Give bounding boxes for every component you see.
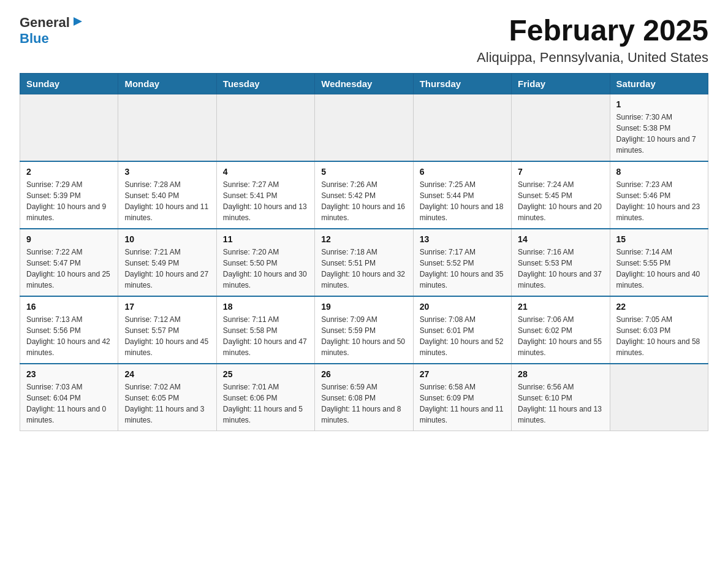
day-info: Sunrise: 6:59 AMSunset: 6:08 PMDaylight:… bbox=[321, 381, 406, 426]
day-info: Sunrise: 7:14 AMSunset: 5:55 PMDaylight:… bbox=[616, 247, 702, 291]
logo: General Blue bbox=[20, 15, 85, 47]
table-row: 15Sunrise: 7:14 AMSunset: 5:55 PMDayligh… bbox=[610, 229, 708, 296]
day-info: Sunrise: 7:05 AMSunset: 6:03 PMDaylight:… bbox=[616, 314, 702, 358]
table-row: 2Sunrise: 7:29 AMSunset: 5:39 PMDaylight… bbox=[20, 161, 118, 229]
day-info: Sunrise: 7:03 AMSunset: 6:04 PMDaylight:… bbox=[26, 381, 112, 426]
day-info: Sunrise: 7:17 AMSunset: 5:52 PMDaylight:… bbox=[420, 247, 505, 291]
day-number: 18 bbox=[223, 302, 308, 312]
calendar-table: Sunday Monday Tuesday Wednesday Thursday… bbox=[20, 73, 708, 431]
header-thursday: Thursday bbox=[413, 73, 511, 94]
day-number: 13 bbox=[420, 234, 505, 244]
day-info: Sunrise: 6:58 AMSunset: 6:09 PMDaylight:… bbox=[420, 381, 505, 426]
day-number: 14 bbox=[518, 234, 603, 244]
table-row: 18Sunrise: 7:11 AMSunset: 5:58 PMDayligh… bbox=[216, 296, 314, 364]
day-info: Sunrise: 7:20 AMSunset: 5:50 PMDaylight:… bbox=[223, 247, 308, 291]
day-info: Sunrise: 7:08 AMSunset: 6:01 PMDaylight:… bbox=[420, 314, 505, 358]
day-number: 3 bbox=[124, 167, 210, 177]
table-row: 12Sunrise: 7:18 AMSunset: 5:51 PMDayligh… bbox=[315, 229, 413, 296]
table-row bbox=[610, 364, 708, 431]
day-info: Sunrise: 7:30 AMSunset: 5:38 PMDaylight:… bbox=[616, 112, 702, 156]
table-row: 9Sunrise: 7:22 AMSunset: 5:47 PMDaylight… bbox=[20, 229, 118, 296]
day-info: Sunrise: 7:28 AMSunset: 5:40 PMDaylight:… bbox=[124, 179, 210, 223]
table-row: 3Sunrise: 7:28 AMSunset: 5:40 PMDaylight… bbox=[118, 161, 216, 229]
logo-triangle-icon bbox=[71, 15, 85, 28]
day-number: 24 bbox=[124, 369, 210, 379]
day-number: 5 bbox=[321, 167, 406, 177]
day-number: 28 bbox=[518, 369, 603, 379]
calendar-week-row: 9Sunrise: 7:22 AMSunset: 5:47 PMDaylight… bbox=[20, 229, 708, 296]
day-info: Sunrise: 7:25 AMSunset: 5:44 PMDaylight:… bbox=[420, 179, 505, 223]
calendar-week-row: 2Sunrise: 7:29 AMSunset: 5:39 PMDaylight… bbox=[20, 161, 708, 229]
table-row: 26Sunrise: 6:59 AMSunset: 6:08 PMDayligh… bbox=[315, 364, 413, 431]
day-info: Sunrise: 7:24 AMSunset: 5:45 PMDaylight:… bbox=[518, 179, 603, 223]
day-info: Sunrise: 7:23 AMSunset: 5:46 PMDaylight:… bbox=[616, 179, 702, 223]
logo-blue-text: Blue bbox=[20, 31, 49, 46]
page-title: February 2025 bbox=[477, 15, 708, 47]
table-row: 25Sunrise: 7:01 AMSunset: 6:06 PMDayligh… bbox=[216, 364, 314, 431]
title-block: February 2025 Aliquippa, Pennsylvania, U… bbox=[477, 15, 708, 66]
table-row: 1Sunrise: 7:30 AMSunset: 5:38 PMDaylight… bbox=[610, 94, 708, 161]
header-tuesday: Tuesday bbox=[216, 73, 314, 94]
table-row bbox=[512, 94, 610, 161]
table-row: 17Sunrise: 7:12 AMSunset: 5:57 PMDayligh… bbox=[118, 296, 216, 364]
table-row: 8Sunrise: 7:23 AMSunset: 5:46 PMDaylight… bbox=[610, 161, 708, 229]
table-row: 16Sunrise: 7:13 AMSunset: 5:56 PMDayligh… bbox=[20, 296, 118, 364]
day-number: 2 bbox=[26, 167, 112, 177]
table-row: 5Sunrise: 7:26 AMSunset: 5:42 PMDaylight… bbox=[315, 161, 413, 229]
day-info: Sunrise: 7:06 AMSunset: 6:02 PMDaylight:… bbox=[518, 314, 603, 358]
day-info: Sunrise: 7:27 AMSunset: 5:41 PMDaylight:… bbox=[223, 179, 308, 223]
page-subtitle: Aliquippa, Pennsylvania, United States bbox=[477, 50, 708, 66]
table-row: 13Sunrise: 7:17 AMSunset: 5:52 PMDayligh… bbox=[413, 229, 511, 296]
table-row: 10Sunrise: 7:21 AMSunset: 5:49 PMDayligh… bbox=[118, 229, 216, 296]
day-info: Sunrise: 7:01 AMSunset: 6:06 PMDaylight:… bbox=[223, 381, 308, 426]
day-number: 6 bbox=[420, 167, 505, 177]
day-number: 27 bbox=[420, 369, 505, 379]
table-row: 11Sunrise: 7:20 AMSunset: 5:50 PMDayligh… bbox=[216, 229, 314, 296]
day-number: 17 bbox=[124, 302, 210, 312]
header-friday: Friday bbox=[512, 73, 610, 94]
logo-general-text: General bbox=[20, 15, 70, 31]
table-row bbox=[216, 94, 314, 161]
day-number: 20 bbox=[420, 302, 505, 312]
table-row: 28Sunrise: 6:56 AMSunset: 6:10 PMDayligh… bbox=[512, 364, 610, 431]
calendar-week-row: 16Sunrise: 7:13 AMSunset: 5:56 PMDayligh… bbox=[20, 296, 708, 364]
table-row bbox=[118, 94, 216, 161]
day-info: Sunrise: 7:12 AMSunset: 5:57 PMDaylight:… bbox=[124, 314, 210, 358]
day-number: 11 bbox=[223, 234, 308, 244]
table-row: 7Sunrise: 7:24 AMSunset: 5:45 PMDaylight… bbox=[512, 161, 610, 229]
table-row: 27Sunrise: 6:58 AMSunset: 6:09 PMDayligh… bbox=[413, 364, 511, 431]
day-info: Sunrise: 7:02 AMSunset: 6:05 PMDaylight:… bbox=[124, 381, 210, 426]
day-info: Sunrise: 7:29 AMSunset: 5:39 PMDaylight:… bbox=[26, 179, 112, 223]
day-number: 15 bbox=[616, 234, 702, 244]
svg-marker-0 bbox=[74, 17, 82, 26]
day-info: Sunrise: 7:18 AMSunset: 5:51 PMDaylight:… bbox=[321, 247, 406, 291]
day-info: Sunrise: 7:26 AMSunset: 5:42 PMDaylight:… bbox=[321, 179, 406, 223]
day-info: Sunrise: 7:22 AMSunset: 5:47 PMDaylight:… bbox=[26, 247, 112, 291]
day-number: 7 bbox=[518, 167, 603, 177]
day-number: 1 bbox=[616, 99, 702, 109]
calendar-week-row: 23Sunrise: 7:03 AMSunset: 6:04 PMDayligh… bbox=[20, 364, 708, 431]
day-info: Sunrise: 7:13 AMSunset: 5:56 PMDaylight:… bbox=[26, 314, 112, 358]
header-sunday: Sunday bbox=[20, 73, 118, 94]
header-wednesday: Wednesday bbox=[315, 73, 413, 94]
table-row bbox=[20, 94, 118, 161]
day-number: 8 bbox=[616, 167, 702, 177]
day-number: 25 bbox=[223, 369, 308, 379]
header-monday: Monday bbox=[118, 73, 216, 94]
table-row: 6Sunrise: 7:25 AMSunset: 5:44 PMDaylight… bbox=[413, 161, 511, 229]
table-row: 24Sunrise: 7:02 AMSunset: 6:05 PMDayligh… bbox=[118, 364, 216, 431]
day-info: Sunrise: 6:56 AMSunset: 6:10 PMDaylight:… bbox=[518, 381, 603, 426]
table-row: 21Sunrise: 7:06 AMSunset: 6:02 PMDayligh… bbox=[512, 296, 610, 364]
day-number: 10 bbox=[124, 234, 210, 244]
day-info: Sunrise: 7:11 AMSunset: 5:58 PMDaylight:… bbox=[223, 314, 308, 358]
table-row: 4Sunrise: 7:27 AMSunset: 5:41 PMDaylight… bbox=[216, 161, 314, 229]
calendar-header-row: Sunday Monday Tuesday Wednesday Thursday… bbox=[20, 73, 708, 94]
day-info: Sunrise: 7:09 AMSunset: 5:59 PMDaylight:… bbox=[321, 314, 406, 358]
day-number: 21 bbox=[518, 302, 603, 312]
day-number: 4 bbox=[223, 167, 308, 177]
calendar-week-row: 1Sunrise: 7:30 AMSunset: 5:38 PMDaylight… bbox=[20, 94, 708, 161]
day-info: Sunrise: 7:21 AMSunset: 5:49 PMDaylight:… bbox=[124, 247, 210, 291]
table-row: 19Sunrise: 7:09 AMSunset: 5:59 PMDayligh… bbox=[315, 296, 413, 364]
day-number: 26 bbox=[321, 369, 406, 379]
day-number: 9 bbox=[26, 234, 112, 244]
